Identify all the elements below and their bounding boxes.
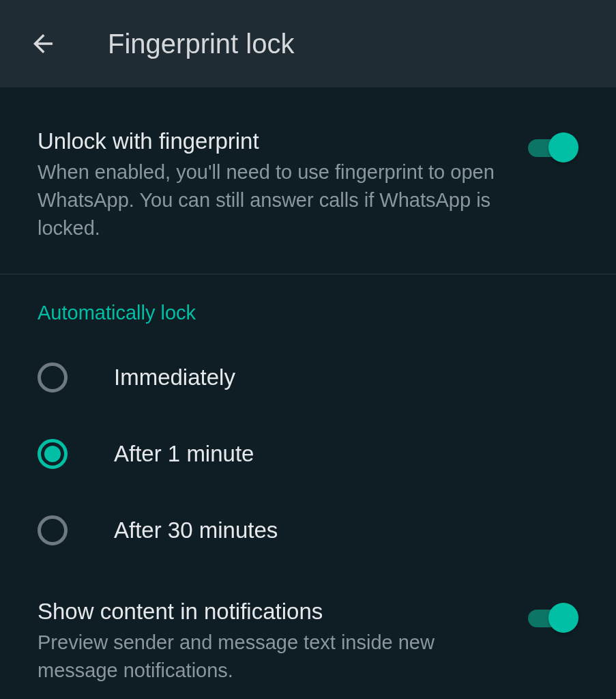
radio-button bbox=[38, 439, 68, 469]
app-header: Fingerprint lock bbox=[0, 0, 616, 87]
show-content-toggle[interactable] bbox=[528, 603, 578, 633]
show-content-description: Preview sender and message text inside n… bbox=[38, 629, 508, 685]
auto-lock-option-1min[interactable]: After 1 minute bbox=[0, 416, 616, 492]
unlock-title: Unlock with fingerprint bbox=[38, 128, 508, 154]
unlock-fingerprint-toggle[interactable] bbox=[528, 132, 578, 162]
back-button[interactable] bbox=[26, 27, 60, 61]
unlock-description: When enabled, you'll need to use fingerp… bbox=[38, 158, 508, 243]
auto-lock-option-immediately[interactable]: Immediately bbox=[0, 339, 616, 416]
page-title: Fingerprint lock bbox=[108, 29, 294, 59]
show-content-setting: Show content in notifications Preview se… bbox=[0, 569, 616, 685]
unlock-fingerprint-setting: Unlock with fingerprint When enabled, yo… bbox=[0, 87, 616, 274]
radio-label: After 30 minutes bbox=[114, 517, 278, 543]
radio-label: Immediately bbox=[114, 365, 235, 390]
show-content-title: Show content in notifications bbox=[38, 599, 508, 625]
radio-button bbox=[38, 362, 68, 393]
toggle-thumb bbox=[548, 603, 578, 633]
radio-button bbox=[38, 515, 68, 545]
toggle-thumb bbox=[548, 132, 578, 162]
radio-label: After 1 minute bbox=[114, 441, 254, 467]
arrow-left-icon bbox=[29, 29, 57, 58]
auto-lock-option-30min[interactable]: After 30 minutes bbox=[0, 492, 616, 569]
auto-lock-header: Automatically lock bbox=[0, 274, 616, 339]
